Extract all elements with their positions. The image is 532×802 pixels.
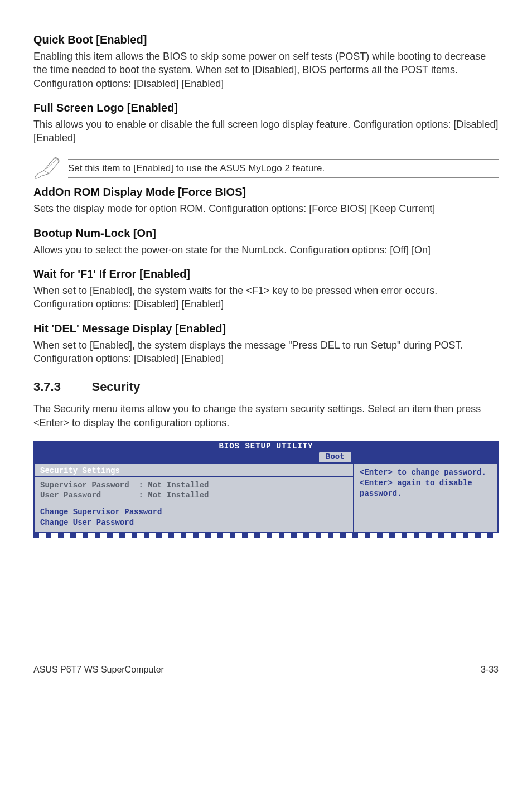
section-hit-del: Hit 'DEL' Message Display [Enabled] When… bbox=[33, 322, 499, 366]
section-addon-rom: AddOn ROM Display Mode [Force BIOS] Sets… bbox=[33, 186, 499, 215]
bios-separator bbox=[35, 476, 353, 477]
bios-change-user[interactable]: Change User Password bbox=[40, 518, 347, 528]
pencil-note-icon bbox=[33, 156, 61, 181]
footer-page-number: 3-33 bbox=[481, 665, 499, 675]
text-wait-f1: When set to [Enabled], the system waits … bbox=[33, 284, 499, 311]
bios-line-user: User Password : Not Installed bbox=[40, 490, 347, 500]
text-quick-boot: Enabling this item allows the BIOS to sk… bbox=[33, 50, 499, 90]
bios-change-supervisor[interactable]: Change Supervisor Password bbox=[40, 507, 347, 518]
bios-header: BIOS SETUP UTILITY bbox=[33, 441, 499, 452]
bios-tab-row: Boot bbox=[33, 452, 499, 463]
section-number: 3.7.3 bbox=[33, 380, 89, 394]
heading-bootup-numlock: Bootup Num-Lock [On] bbox=[33, 227, 499, 240]
section-intro: The Security menu items allow you to cha… bbox=[33, 402, 499, 429]
section-heading-security: 3.7.3 Security bbox=[33, 380, 499, 394]
section-full-screen-logo: Full Screen Logo [Enabled] This allows y… bbox=[33, 102, 499, 145]
text-bootup-numlock: Allows you to select the power-on state … bbox=[33, 243, 499, 257]
note-content: Set this item to [Enabled] to use the AS… bbox=[68, 159, 499, 178]
bios-setup-panel: BIOS SETUP UTILITY Boot Security Setting… bbox=[33, 441, 499, 538]
bios-tab-boot[interactable]: Boot bbox=[319, 452, 351, 462]
bios-help-text: <Enter> to change password. <Enter> agai… bbox=[360, 467, 492, 499]
bios-line-supervisor: Supervisor Password : Not Installed bbox=[40, 480, 347, 490]
heading-wait-f1: Wait for 'F1' If Error [Enabled] bbox=[33, 268, 499, 281]
bios-help-pane: <Enter> to change password. <Enter> agai… bbox=[354, 463, 499, 533]
heading-quick-boot: Quick Boot [Enabled] bbox=[33, 33, 499, 46]
note-rule-bottom bbox=[68, 177, 499, 178]
section-title: Security bbox=[91, 380, 140, 394]
heading-hit-del: Hit 'DEL' Message Display [Enabled] bbox=[33, 322, 499, 335]
bios-spacer bbox=[40, 500, 347, 507]
bios-body: Security Settings Supervisor Password : … bbox=[33, 463, 499, 533]
section-bootup-numlock: Bootup Num-Lock [On] Allows you to selec… bbox=[33, 227, 499, 257]
section-wait-f1: Wait for 'F1' If Error [Enabled] When se… bbox=[33, 268, 499, 311]
section-quick-boot: Quick Boot [Enabled] Enabling this item … bbox=[33, 33, 499, 90]
bios-left-pane: Security Settings Supervisor Password : … bbox=[33, 463, 354, 533]
text-hit-del: When set to [Enabled], the system displa… bbox=[33, 339, 499, 366]
heading-full-screen-logo: Full Screen Logo [Enabled] bbox=[33, 102, 499, 114]
note-text: Set this item to [Enabled] to use the AS… bbox=[68, 162, 499, 175]
bios-section-title: Security Settings bbox=[40, 466, 347, 475]
page-footer: ASUS P6T7 WS SuperComputer 3-33 bbox=[33, 661, 499, 675]
heading-addon-rom: AddOn ROM Display Mode [Force BIOS] bbox=[33, 186, 499, 199]
text-full-screen-logo: This allows you to enable or disable the… bbox=[33, 118, 499, 145]
footer-left: ASUS P6T7 WS SuperComputer bbox=[33, 665, 164, 675]
text-addon-rom: Sets the display mode for option ROM. Co… bbox=[33, 202, 499, 215]
note-rule-top bbox=[68, 159, 499, 160]
note-callout: Set this item to [Enabled] to use the AS… bbox=[33, 156, 499, 181]
